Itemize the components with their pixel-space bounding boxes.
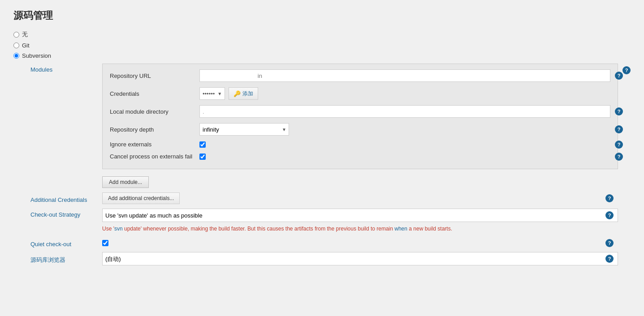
repository-depth-help-icon[interactable]: ? <box>615 125 623 133</box>
credentials-dropdown-icon[interactable]: ▼ <box>217 91 222 96</box>
add-credentials-button[interactable]: 🔑 添加 <box>229 87 258 100</box>
quiet-checkout-label: Quiet check-out <box>22 238 102 248</box>
subversion-help-icon[interactable]: ? <box>622 66 631 74</box>
add-additional-credentials-button[interactable]: Add additional credentials... <box>102 192 180 204</box>
module-box: Repository URL ? Credentials •••••• ▼ <box>102 64 618 169</box>
cancel-externals-checkbox[interactable] <box>199 154 206 160</box>
checkout-strategy-help-icon[interactable]: ? <box>605 211 614 219</box>
browser-help-icon[interactable]: ? <box>605 255 614 263</box>
scm-radio-none[interactable] <box>13 32 19 38</box>
repository-url-input[interactable] <box>199 69 610 82</box>
ignore-externals-checkbox[interactable] <box>199 141 206 148</box>
when-highlight: when <box>394 226 407 232</box>
add-module-button[interactable]: Add module... <box>102 176 149 188</box>
additional-credentials-label: Additional Credentials <box>22 194 102 203</box>
svn-highlight: svn <box>114 226 123 232</box>
repository-url-label: Repository URL <box>110 73 199 79</box>
repository-url-row: Repository URL ? <box>110 69 610 82</box>
key-icon: 🔑 <box>233 90 241 97</box>
checkout-info-text: Use 'svn update' whenever possible, maki… <box>102 226 618 232</box>
browser-select[interactable]: (自动) ViewSVN WebSVN Sventon CollabNet <box>102 252 618 265</box>
local-module-row: Local module directory ? <box>110 105 610 118</box>
credentials-row: Credentials •••••• ▼ 🔑 添加 <box>110 87 610 100</box>
quiet-checkout-help-icon[interactable]: ? <box>605 239 614 247</box>
scm-radio-subversion[interactable] <box>13 53 19 59</box>
ignore-externals-help-icon[interactable]: ? <box>615 141 623 149</box>
checkout-strategy-label: Check-out Strategy <box>22 209 102 218</box>
repository-depth-select-wrapper[interactable]: infinity empty files immediates <box>199 123 289 136</box>
additional-credentials-help-icon[interactable]: ? <box>605 194 614 202</box>
scm-label-subversion: Subversion <box>22 52 51 59</box>
scm-radio-group: 无 Git Subversion <box>13 30 631 59</box>
credentials-value: •••••• <box>203 90 215 97</box>
ignore-externals-row: Ignore externals ? <box>110 141 610 148</box>
repository-url-help-icon[interactable]: ? <box>615 72 623 80</box>
cancel-externals-help-icon[interactable]: ? <box>615 153 623 161</box>
page-title: 源码管理 <box>13 9 631 22</box>
quiet-checkout-checkbox[interactable] <box>102 240 108 246</box>
ignore-externals-label: Ignore externals <box>110 141 199 148</box>
repository-depth-row: Repository depth infinity empty files im… <box>110 123 610 136</box>
cancel-externals-row: Cancel process on externals fail ? <box>110 153 610 160</box>
scm-label-git: Git <box>22 42 30 49</box>
credentials-label: Credentials <box>110 90 199 97</box>
cancel-externals-label: Cancel process on externals fail <box>110 153 199 160</box>
checkout-strategy-select-wrapper[interactable]: Use 'svn update' as much as possible Alw… <box>102 209 618 222</box>
scm-option-subversion[interactable]: Subversion <box>13 52 631 59</box>
local-module-help-icon[interactable]: ? <box>615 107 623 115</box>
scm-label-none: 无 <box>22 30 28 38</box>
browser-select-wrapper[interactable]: (自动) ViewSVN WebSVN Sventon CollabNet <box>102 252 618 265</box>
scm-option-git[interactable]: Git <box>13 42 631 49</box>
local-module-input[interactable] <box>199 105 610 118</box>
scm-option-none[interactable]: 无 <box>13 30 631 38</box>
modules-label: Modules <box>22 64 102 73</box>
browser-label: 源码库浏览器 <box>22 253 102 264</box>
local-module-label: Local module directory <box>110 108 199 115</box>
repository-depth-select[interactable]: infinity empty files immediates <box>199 123 289 136</box>
scm-radio-git[interactable] <box>13 43 19 48</box>
add-credentials-text: 添加 <box>242 90 253 98</box>
repository-depth-label: Repository depth <box>110 126 199 133</box>
checkout-strategy-select[interactable]: Use 'svn update' as much as possible Alw… <box>102 209 618 222</box>
